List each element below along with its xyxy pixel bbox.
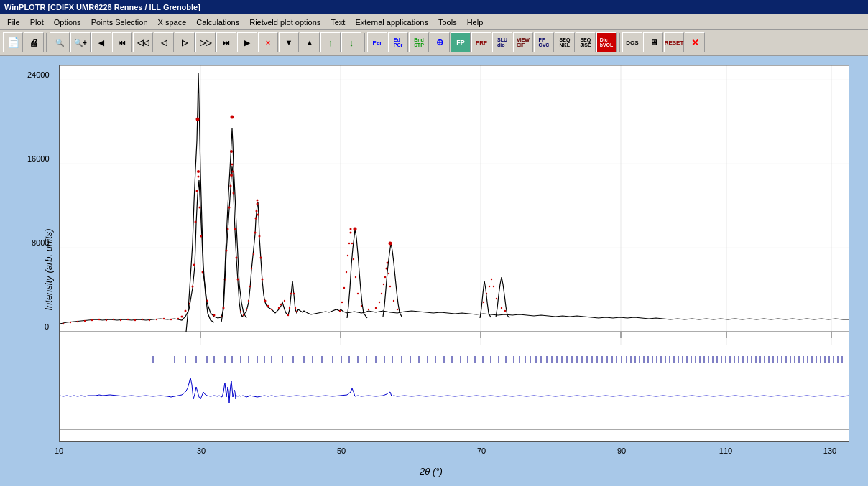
tb-pcr[interactable]: Per [367,32,387,52]
tb-prf[interactable]: PRF [471,32,491,52]
svg-point-81 [278,307,280,309]
tb-last[interactable]: ⏭ [216,32,236,52]
svg-point-46 [213,314,216,317]
svg-point-17 [70,322,71,323]
tb-orbit[interactable]: ⊕ [430,32,450,52]
tb-new[interactable]: 📄 [3,32,23,52]
svg-point-54 [230,174,233,177]
svg-point-117 [489,286,490,287]
menu-rietveld-plot-options[interactable]: Rietveld plot options [245,17,325,28]
svg-point-65 [248,300,249,302]
tb-first[interactable]: ⏮ [112,32,132,52]
tb-clear[interactable]: × [258,32,278,52]
tb-print[interactable]: 🖨 [24,32,44,52]
tb-next[interactable]: ▷▷ [195,32,216,52]
tb-seqjise[interactable]: SEQJiSE [576,32,596,52]
svg-point-122 [504,310,506,312]
tb-fp[interactable]: FP [451,32,471,52]
svg-point-120 [496,298,497,299]
toolbar: 📄 🖨 🔍 🔍+ ◀ ⏮ ◁◁ ◁ ▷ ▷▷ ⏭ ▶ × ▼ ▲ ↑ ↓ Per… [0,30,868,56]
menu-help[interactable]: Help [463,17,488,28]
menu-options[interactable]: Options [50,17,86,28]
tb-reset[interactable]: RESET [664,32,684,52]
svg-point-39 [196,190,198,192]
svg-point-76 [260,257,262,259]
tb-up2[interactable]: ↑ [320,32,341,52]
x-tick-10: 10 [55,447,63,455]
menu-plot[interactable]: Plot [26,17,48,28]
chart-svg [60,65,849,430]
tb-fwd[interactable]: ▶ [237,32,257,52]
tb-dos[interactable]: DOS [622,32,642,52]
y-tick-16000: 16000 [27,154,50,163]
x-tick-90: 90 [617,447,626,455]
svg-point-108 [384,276,386,278]
menu-text[interactable]: Text [326,17,349,28]
menu-calculations[interactable]: Calculations [192,17,244,28]
menu-tools[interactable]: Tools [434,17,461,28]
svg-point-86 [290,293,292,294]
observed-dots [63,150,506,324]
x-tick-30: 30 [197,447,206,455]
bragg-markers [153,356,842,363]
tb-screen[interactable]: 🖥 [643,32,663,52]
svg-point-79 [267,305,269,307]
svg-point-80 [271,309,272,310]
observed-baseline [60,319,849,324]
menu-points-selection[interactable]: Points Selection [87,17,152,28]
svg-point-115 [483,302,484,303]
tb-prev[interactable]: ◁◁ [133,32,153,52]
svg-point-36 [192,286,194,288]
svg-point-56 [231,164,234,166]
svg-point-42 [199,207,201,209]
tb-prev-small[interactable]: ◁ [154,32,174,52]
tb-zoom[interactable]: 🔍 [50,32,70,52]
y-tick-0: 0 [45,322,49,331]
tb-up[interactable]: ▲ [300,32,320,52]
title-text: WinPLOTR [CDIFX UMR6226 Rennes / ILL Gre… [4,3,200,11]
tb-close[interactable]: ✕ [685,32,705,52]
peak-dot-4 [389,242,392,246]
svg-point-22 [106,319,107,321]
svg-point-94 [347,255,348,256]
title-bar: WinPLOTR [CDIFX UMR6226 Rennes / ILL Gre… [0,0,868,14]
svg-point-28 [149,319,150,321]
menu-x-space[interactable]: X space [154,17,191,28]
tb-next-small[interactable]: ▷ [175,32,195,52]
svg-point-37 [193,264,195,266]
tb-bndstp[interactable]: BndSTP [409,32,429,52]
svg-point-82 [280,304,282,305]
svg-point-40 [198,176,200,178]
svg-point-26 [134,319,136,321]
menu-external-applications[interactable]: External applications [351,17,433,28]
svg-point-118 [491,279,492,280]
svg-point-92 [343,287,345,289]
svg-point-89 [296,311,297,312]
svg-point-74 [257,214,259,216]
menu-file[interactable]: File [3,17,24,28]
y-tick-24000: 24000 [27,70,50,79]
svg-point-85 [289,307,290,309]
tb-down2[interactable]: ↓ [341,32,361,52]
svg-point-87 [293,293,295,294]
tb-back[interactable]: ◀ [91,32,111,52]
tb-dicbvol[interactable]: DicbVOL [596,32,617,52]
svg-point-93 [346,271,347,273]
tb-down[interactable]: ▼ [279,32,299,52]
tb-viewcif[interactable]: VIEWCIF [513,32,533,52]
tb-slu[interactable]: SLUdio [492,32,512,52]
svg-point-113 [393,300,394,302]
svg-point-31 [170,319,172,320]
svg-point-104 [375,307,377,309]
svg-point-27 [142,319,143,320]
svg-point-121 [501,307,502,309]
tb-edpcr[interactable]: EdPCr [388,32,408,52]
svg-point-16 [63,323,64,324]
svg-point-25 [127,319,129,320]
tb-zoom-in[interactable]: 🔍+ [70,32,91,52]
svg-point-83 [284,300,285,302]
svg-point-68 [253,253,254,255]
tb-seqnkl[interactable]: SEQNKL [555,32,575,52]
svg-point-88 [295,307,296,309]
tb-fpcvc[interactable]: FPCVC [534,32,554,52]
